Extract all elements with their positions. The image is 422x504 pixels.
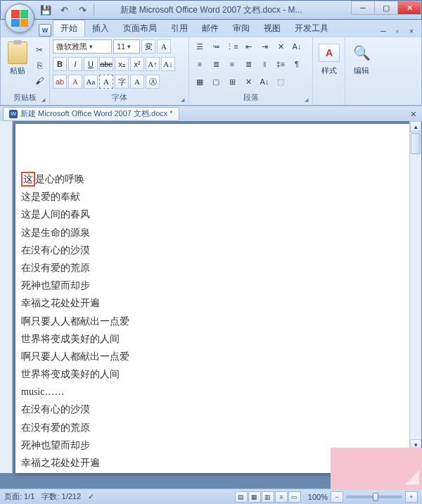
document-close-button[interactable]: × bbox=[408, 108, 419, 120]
office-button[interactable] bbox=[5, 4, 34, 33]
text-line[interactable]: 啊只要人人都献出一点爱 bbox=[21, 313, 404, 330]
borders-button[interactable]: ▢ bbox=[208, 75, 224, 89]
superscript-button[interactable]: x² bbox=[130, 57, 144, 71]
line-spacing-button[interactable]: ‡≡ bbox=[273, 57, 288, 71]
highlight-button[interactable]: ab bbox=[53, 75, 67, 89]
zoom-level[interactable]: 100% bbox=[308, 493, 328, 501]
zoom-out-button[interactable]: − bbox=[331, 491, 343, 503]
bullets-button[interactable]: ☰ bbox=[192, 39, 207, 53]
maximize-button[interactable]: ▢ bbox=[374, 1, 398, 15]
para-settings-button[interactable]: ✕ bbox=[241, 75, 256, 89]
fullscreen-view-icon[interactable]: ▦ bbox=[248, 491, 261, 503]
strike-button[interactable]: abc bbox=[99, 57, 113, 71]
fill-button[interactable]: ⬚ bbox=[273, 75, 288, 89]
tab-insert[interactable]: 插入 bbox=[85, 20, 116, 37]
font-name-combo[interactable]: 微软雅黑 bbox=[53, 39, 112, 53]
document-tab[interactable]: 新建 Microsoft Office Word 2007 文档.docx * bbox=[3, 107, 179, 121]
show-marks-button[interactable]: ¶ bbox=[289, 57, 305, 71]
web-view-icon[interactable]: ▥ bbox=[262, 491, 274, 503]
text-line[interactable]: 在没有心的沙漠 bbox=[21, 401, 404, 418]
ribbon-close-icon[interactable]: × bbox=[406, 25, 417, 37]
scroll-thumb[interactable] bbox=[411, 133, 421, 154]
text-line[interactable]: 世界将变成美好的人间 bbox=[21, 365, 404, 383]
copy-icon[interactable]: ⎘ bbox=[32, 58, 46, 73]
sort-button[interactable]: A↓ bbox=[289, 39, 305, 53]
page-status[interactable]: 页面: 1/1 bbox=[4, 491, 34, 502]
char-shading-button[interactable]: A bbox=[130, 75, 144, 89]
phonetic-button[interactable]: 字 bbox=[115, 75, 129, 89]
tab-mailings[interactable]: 邮件 bbox=[195, 20, 226, 37]
vertical-scrollbar[interactable]: ▴ ▾ ◦ ▾ bbox=[409, 121, 421, 473]
ribbon-minimize-icon[interactable]: ─ bbox=[378, 25, 389, 37]
tab-view[interactable]: 视图 bbox=[257, 20, 288, 37]
text-line[interactable]: 啊只要人人都献出一点爱 bbox=[21, 348, 404, 365]
numbering-button[interactable]: ≔ bbox=[208, 39, 224, 53]
underline-button[interactable]: U bbox=[84, 57, 98, 71]
minimize-button[interactable]: ─ bbox=[351, 1, 375, 15]
paste-button[interactable]: 粘贴 bbox=[4, 39, 31, 91]
text-line[interactable]: 这是爱的奉献 bbox=[21, 188, 404, 206]
word-count-status[interactable]: 字数: 1/212 bbox=[41, 491, 81, 502]
zoom-thumb[interactable] bbox=[373, 493, 378, 501]
justify-button[interactable]: ≣ bbox=[241, 57, 256, 71]
text-line[interactable]: 世界将变成美好的人间 bbox=[21, 330, 404, 348]
document-page[interactable]: 这是心的呼唤 这是爱的奉献 这是人间的春风 这是生命的源泉 在没有心的沙漠 在没… bbox=[15, 124, 409, 473]
distribute-button[interactable]: ⫴ bbox=[257, 57, 272, 71]
tab-references[interactable]: 引用 bbox=[164, 20, 195, 37]
close-button[interactable]: ✕ bbox=[397, 1, 421, 15]
tab-review[interactable]: 审阅 bbox=[226, 20, 257, 37]
asian-layout-button[interactable]: ✕ bbox=[273, 39, 288, 53]
grow-font-button[interactable]: A↑ bbox=[146, 57, 160, 71]
tabs-button[interactable]: ⊞ bbox=[224, 75, 240, 89]
subscript-button[interactable]: x₂ bbox=[115, 57, 129, 71]
undo-icon[interactable]: ↶ bbox=[57, 3, 71, 17]
indent-left-button[interactable]: ⇤ bbox=[241, 39, 256, 53]
align-center-button[interactable]: ≣ bbox=[208, 57, 224, 71]
clipboard-group-label[interactable]: 剪贴板 bbox=[4, 91, 46, 104]
text-line[interactable]: 这是心的呼唤 bbox=[21, 170, 404, 188]
shrink-font-button[interactable]: A↓ bbox=[161, 57, 175, 71]
tab-layout[interactable]: 页面布局 bbox=[116, 20, 164, 37]
styles-button[interactable]: A 样式 bbox=[316, 39, 343, 93]
text-line[interactable]: 这是生命的源泉 bbox=[21, 224, 404, 241]
text-line[interactable]: 幸福之花处处开遍 bbox=[21, 294, 404, 312]
save-icon[interactable]: 💾 bbox=[39, 3, 53, 17]
outline-view-icon[interactable]: ≡ bbox=[275, 491, 288, 503]
edit-button[interactable]: 🔍 编辑 bbox=[348, 39, 375, 93]
text-line[interactable]: 死神也望而却步 bbox=[21, 277, 404, 294]
scroll-up-icon[interactable]: ▴ bbox=[410, 121, 421, 132]
multilevel-button[interactable]: ⋮≡ bbox=[224, 39, 240, 53]
sort-az-button[interactable]: A↓ bbox=[257, 75, 272, 89]
grow-font-icon[interactable]: A bbox=[157, 39, 171, 53]
draft-view-icon[interactable]: ▭ bbox=[288, 491, 301, 503]
vertical-ruler[interactable] bbox=[0, 121, 13, 473]
italic-button[interactable]: I bbox=[68, 57, 82, 71]
text-line[interactable]: 在没有爱的荒原 bbox=[21, 419, 404, 436]
align-left-button[interactable]: ≡ bbox=[192, 57, 207, 71]
font-size-combo[interactable]: 11 bbox=[113, 39, 140, 53]
paragraph-group-label[interactable]: 段落 bbox=[192, 91, 309, 104]
cut-icon[interactable]: ✂ bbox=[32, 43, 46, 57]
char-border-button[interactable]: A bbox=[99, 75, 113, 89]
print-layout-view-icon[interactable]: ▤ bbox=[235, 491, 248, 503]
font-group-label[interactable]: 字体 bbox=[53, 91, 186, 104]
align-right-button[interactable]: ≡ bbox=[224, 57, 240, 71]
text-line[interactable]: 在没有心的沙漠 bbox=[21, 241, 404, 259]
tab-home[interactable]: 开始 bbox=[53, 20, 85, 37]
indent-right-button[interactable]: ⇥ bbox=[257, 39, 272, 53]
ribbon-restore-icon[interactable]: ▫ bbox=[392, 25, 403, 37]
redo-icon[interactable]: ↷ bbox=[75, 3, 89, 17]
format-painter-icon[interactable]: 🖌 bbox=[32, 74, 46, 88]
bold-button[interactable]: B bbox=[53, 57, 67, 71]
zoom-slider[interactable] bbox=[346, 496, 402, 498]
font-color-button[interactable]: A bbox=[68, 75, 82, 89]
clear-format-icon[interactable]: 変 bbox=[141, 39, 155, 53]
tab-developer[interactable]: 开发工具 bbox=[288, 20, 335, 37]
change-case-button[interactable]: Aa bbox=[84, 75, 98, 89]
enclosed-char-button[interactable]: Ⓐ bbox=[146, 75, 160, 89]
text-line[interactable]: music…… bbox=[21, 383, 404, 401]
proofing-icon[interactable]: ✓ bbox=[88, 492, 94, 501]
zoom-in-button[interactable]: + bbox=[405, 491, 418, 503]
text-line[interactable]: 在没有爱的荒原 bbox=[21, 259, 404, 277]
text-line[interactable]: 这是人间的春风 bbox=[21, 206, 404, 223]
